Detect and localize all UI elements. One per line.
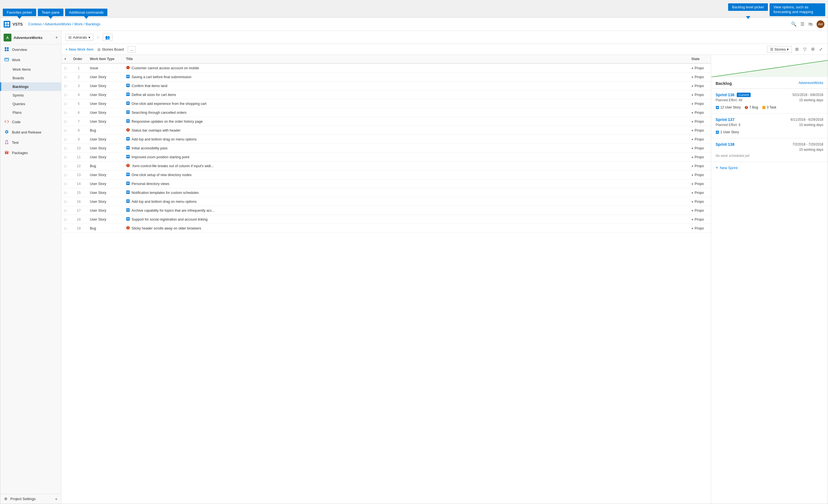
title-cell[interactable]: Add top and bottom drag on menu options — [123, 197, 689, 206]
title-cell[interactable]: Responsive updates on the order history … — [123, 117, 689, 126]
table-row[interactable]: ▷2User StorySaving a cart before final s… — [61, 73, 711, 82]
title-cell[interactable]: Notification templates for custom schedu… — [123, 188, 689, 197]
table-row[interactable]: ▷15User StoryNotification templates for … — [61, 188, 711, 197]
expand-cell[interactable]: ▷ — [61, 179, 70, 188]
expand-cell[interactable]: ▷ — [61, 99, 70, 108]
title-cell[interactable]: Improved zoom position starting point — [123, 153, 689, 162]
table-row[interactable]: ▷14User StoryPersonal directory views●Pr… — [61, 179, 711, 188]
expand-cell[interactable]: ▷ — [61, 90, 70, 99]
table-row[interactable]: ▷18User StorySupport for social registra… — [61, 215, 711, 224]
expand-cell[interactable]: ▷ — [61, 215, 70, 224]
title-cell[interactable]: Archive capability for topics that are i… — [123, 206, 689, 215]
title-cell[interactable]: Initial accessibility pass — [123, 144, 689, 153]
table-row[interactable]: ▷1Issue!Customer cannot access account o… — [61, 64, 711, 73]
sprint-item-count[interactable]: 1 User Story — [716, 130, 739, 134]
col-order[interactable]: Order — [70, 55, 87, 64]
sidebar-item-packages[interactable]: Packages — [0, 148, 61, 158]
title-cell[interactable]: !Customer cannot access account on mobil… — [123, 64, 689, 73]
sidebar-item-code[interactable]: Code — [0, 117, 61, 127]
title-cell[interactable]: Status bar overlaps with header — [123, 126, 689, 135]
team-members-button[interactable]: 👥 — [103, 34, 112, 41]
table-row[interactable]: ▷9User StoryAdd top and bottom drag on m… — [61, 135, 711, 144]
sidebar-item-work[interactable]: Work — [0, 55, 61, 65]
table-row[interactable]: ▷8BugStatus bar overlaps with header●Pro… — [61, 126, 711, 135]
table-row[interactable]: ▷5User StoryOne-click add experience fro… — [61, 99, 711, 108]
sprint-item-count[interactable]: 3 Task — [762, 106, 776, 109]
title-cell[interactable]: Add top and bottom drag on menu options — [123, 135, 689, 144]
title-cell[interactable]: One-click add experience from the shoppi… — [123, 99, 689, 108]
sidebar-item-boards[interactable]: Boards — [0, 74, 61, 82]
new-work-item-button[interactable]: + New Work Item — [66, 46, 93, 52]
expand-cell[interactable]: ▷ — [61, 170, 70, 179]
breadcrumb-work[interactable]: Work — [74, 22, 83, 26]
team-pane-button[interactable]: Team pane — [38, 9, 64, 16]
title-cell[interactable]: Support for social registration and acco… — [123, 215, 689, 224]
backlog-level-picker-button[interactable]: Backlog level picker — [728, 3, 768, 11]
table-row[interactable]: ▷4User StoryDefine all sizes for cart it… — [61, 90, 711, 99]
settings-gear-icon[interactable]: ⚙ — [810, 46, 816, 53]
filter-icon[interactable]: ▽ — [802, 46, 808, 53]
expand-cell[interactable]: ▷ — [61, 82, 70, 90]
favorites-picker-button[interactable]: Favorites picker — [3, 9, 36, 16]
sidebar-footer[interactable]: ⚙ Project Settings « — [0, 494, 61, 504]
expand-cell[interactable]: ▷ — [61, 64, 70, 73]
table-row[interactable]: ▷16User StoryAdd top and bottom drag on … — [61, 197, 711, 206]
expand-icon[interactable]: ⤢ — [818, 46, 824, 53]
view-options-icon[interactable]: ⊞ — [794, 46, 800, 53]
breadcrumb-adventureworks[interactable]: AdventureWorks — [44, 22, 71, 26]
title-cell[interactable]: Define all sizes for cart items — [123, 90, 689, 99]
sprint-name[interactable]: Sprint 136 — [716, 93, 735, 97]
table-row[interactable]: ▷10User StoryInitial accessibility pass●… — [61, 144, 711, 153]
col-title[interactable]: Title — [123, 55, 689, 64]
expand-cell[interactable]: ▷ — [61, 206, 70, 215]
expand-cell[interactable]: ▷ — [61, 108, 70, 117]
sidebar-item-sprints[interactable]: Sprints — [0, 91, 61, 99]
favorite-star-icon[interactable]: ☆ — [96, 35, 100, 40]
sidebar-item-queries[interactable]: Queries — [0, 99, 61, 108]
collapse-icon[interactable]: « — [55, 497, 57, 501]
expand-cell[interactable]: ▷ — [61, 153, 70, 162]
view-options-button[interactable]: View options, such as forecasting and ma… — [770, 3, 825, 16]
sidebar-item-test[interactable]: Test — [0, 137, 61, 148]
breadcrumb-backlogs[interactable]: Backlogs — [86, 22, 100, 26]
new-sprint-button[interactable]: +New Sprint — [711, 162, 828, 174]
sidebar-item-plans[interactable]: Plans — [0, 108, 61, 117]
expand-cell[interactable]: ▷ — [61, 188, 70, 197]
expand-cell[interactable]: ▷ — [61, 197, 70, 206]
table-row[interactable]: ▷6User StorySearching through cancelled … — [61, 108, 711, 117]
sprint-item-count[interactable]: 12 User Story — [716, 106, 741, 109]
table-row[interactable]: ▷19BugSticky header scrolls away on olde… — [61, 224, 711, 233]
title-cell[interactable]: Saving a cart before final submmission — [123, 73, 689, 82]
additional-commands-button[interactable]: Additional commands — [65, 9, 108, 16]
avatar[interactable]: AW — [817, 20, 824, 28]
sprint-item-count[interactable]: 7 Bug — [745, 106, 758, 109]
list-icon[interactable]: ☰ — [800, 22, 804, 27]
title-cell[interactable]: One-click setup of new directory nodes — [123, 170, 689, 179]
table-row[interactable]: ▷11User StoryImproved zoom position star… — [61, 153, 711, 162]
breadcrumb-contoso[interactable]: Contoso — [28, 22, 42, 26]
stories-board-button[interactable]: ◎ Stories Board — [97, 46, 124, 52]
sprint-name[interactable]: Sprint 137 — [716, 117, 735, 122]
search-icon[interactable]: 🔍 — [791, 22, 796, 27]
expand-cell[interactable]: ▷ — [61, 117, 70, 126]
col-type[interactable]: Work Item Type — [87, 55, 123, 64]
team-picker[interactable]: ⊟ Admirals ▾ — [66, 34, 93, 41]
more-button[interactable]: ... — [128, 46, 136, 52]
title-cell[interactable]: Searching through cancelled orders — [123, 108, 689, 117]
table-row[interactable]: ▷7User StoryResponsive updates on the or… — [61, 117, 711, 126]
stories-picker[interactable]: ☰ Stories ▾ — [767, 46, 792, 53]
expand-cell[interactable]: ▷ — [61, 126, 70, 135]
sidebar-item-overview[interactable]: Overview — [0, 44, 61, 55]
col-state[interactable]: State — [689, 55, 711, 64]
sprint-name[interactable]: Sprint 138 — [716, 142, 735, 146]
title-cell[interactable]: .form-control-file breaks out of column … — [123, 162, 689, 170]
expand-cell[interactable]: ▷ — [61, 162, 70, 170]
sidebar-item-build-release[interactable]: Build and Release — [0, 127, 61, 137]
table-row[interactable]: ▷3User StoryConfirm that items land●Prop… — [61, 82, 711, 90]
shopping-icon[interactable]: 🛍 — [808, 22, 813, 27]
app-logo[interactable] — [4, 21, 10, 28]
sidebar-item-backlogs[interactable]: Backlogs — [0, 82, 61, 91]
expand-cell[interactable]: ▷ — [61, 144, 70, 153]
table-row[interactable]: ▷12Bug.form-control-file breaks out of c… — [61, 162, 711, 170]
sidebar-item-work-items[interactable]: Work Items — [0, 65, 61, 74]
